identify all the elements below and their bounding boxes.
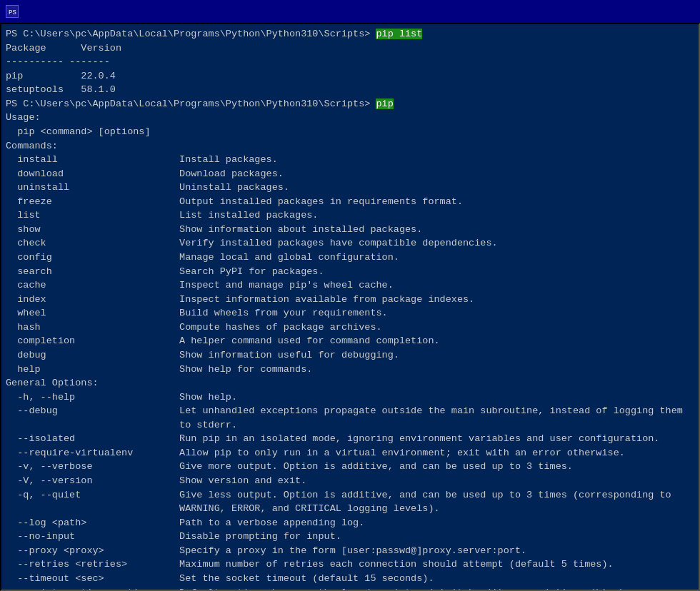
terminal-line: freeze Output installed packages in requ… (6, 195, 694, 209)
terminal-line: --timeout <sec> Set the socket timeout (… (6, 572, 694, 586)
terminal-line: show Show information about installed pa… (6, 223, 694, 237)
terminal-line: WARNING, ERROR, and CRITICAL logging lev… (6, 502, 694, 516)
terminal-line: index Inspect information available from… (6, 293, 694, 307)
window-icon: PS (6, 5, 19, 18)
svg-text:PS: PS (9, 9, 16, 16)
terminal-line: PS C:\Users\pc\AppData\Local\Programs\Py… (6, 97, 694, 111)
terminal-line: list List installed packages. (6, 208, 694, 223)
terminal-line: --require-virtualenv Allow pip to only r… (6, 446, 694, 460)
terminal-line: check Verify installed packages have com… (6, 236, 694, 251)
terminal-line: --debug Let unhandled exceptions propaga… (6, 404, 694, 418)
terminal-line: -h, --help Show help. (6, 390, 694, 405)
terminal-line: Package Version (6, 41, 694, 56)
terminal-line: wheel Build wheels from your requirement… (6, 306, 694, 320)
terminal-line: --retries <retries> Maximum number of re… (6, 557, 694, 572)
minimize-button[interactable] (593, 3, 626, 20)
terminal-line: Usage: (6, 111, 694, 125)
terminal-line: help Show help for commands. (6, 363, 694, 377)
command-highlight: pip (376, 98, 393, 109)
terminal-line: Commands: (6, 139, 694, 153)
command-highlight: pip list (376, 29, 422, 39)
terminal-line: completion A helper command used for com… (6, 334, 694, 348)
terminal-line: install Install packages. (6, 153, 694, 167)
terminal-line: --exists-action <action> Default action … (6, 586, 694, 592)
terminal-line: --no-input Disable prompting for input. (6, 530, 694, 544)
terminal-line: uninstall Uninstall packages. (6, 181, 694, 195)
terminal-line: --log <path> Path to a verbose appending… (6, 516, 694, 530)
ps-prompt: PS C:\Users\pc\AppData\Local\Programs\Py… (6, 98, 376, 109)
terminal-line: pip <command> [options] (6, 125, 694, 139)
terminal-line: setuptools 58.1.0 (6, 83, 694, 97)
titlebar: PS (0, 0, 700, 23)
maximize-button[interactable] (627, 3, 660, 20)
terminal-line: hash Compute hashes of package archives. (6, 320, 694, 335)
terminal-line: to stderr. (6, 418, 694, 433)
terminal-line: PS C:\Users\pc\AppData\Local\Programs\Py… (6, 27, 694, 41)
terminal-line: cache Inspect and manage pip's wheel cac… (6, 278, 694, 293)
terminal-line: --isolated Run pip in an isolated mode, … (6, 432, 694, 446)
terminal-line: download Download packages. (6, 167, 694, 181)
terminal-line: debug Show information useful for debugg… (6, 348, 694, 363)
window-controls (593, 3, 694, 20)
terminal-line: config Manage local and global configura… (6, 251, 694, 265)
terminal-line: -v, --verbose Give more output. Option i… (6, 460, 694, 474)
ps-prompt: PS C:\Users\pc\AppData\Local\Programs\Py… (6, 29, 376, 39)
terminal-line: General Options: (6, 376, 694, 390)
terminal-line: -q, --quiet Give less output. Option is … (6, 488, 694, 502)
close-button[interactable] (661, 3, 694, 20)
powershell-window: PS PS C:\Users\pc\AppData\Local\Programs… (0, 0, 700, 591)
terminal-line: ---------- ------- (6, 55, 694, 69)
terminal-line: search Search PyPI for packages. (6, 265, 694, 279)
terminal-line: -V, --version Show version and exit. (6, 474, 694, 488)
terminal-line: --proxy <proxy> Specify a proxy in the f… (6, 544, 694, 558)
terminal-line: pip 22.0.4 (6, 69, 694, 84)
terminal-output[interactable]: PS C:\Users\pc\AppData\Local\Programs\Py… (0, 23, 700, 591)
